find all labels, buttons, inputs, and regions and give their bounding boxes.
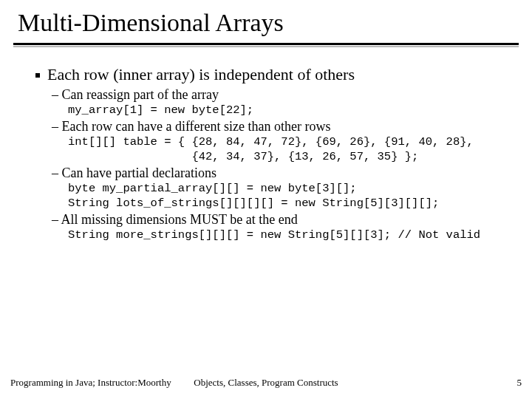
content-area: Each row (inner array) is independent of… bbox=[13, 65, 519, 242]
footer-page-number: 5 bbox=[517, 377, 522, 389]
sub-text: Can have partial declarations bbox=[62, 166, 216, 180]
sub-item: – Can reassign part of the array bbox=[35, 87, 514, 103]
code-block: String more_strings[][][] = new String[5… bbox=[35, 228, 514, 242]
bullet-item: Each row (inner array) is independent of… bbox=[35, 65, 514, 84]
divider-dark bbox=[13, 43, 519, 45]
sub-text: Can reassign part of the array bbox=[62, 87, 219, 102]
dash-icon: – bbox=[52, 119, 62, 134]
dash-icon: – bbox=[52, 87, 62, 102]
footer: Programming in Java; Instructor:Moorthy … bbox=[0, 377, 532, 389]
sub-text: All missing dimensions MUST be at the en… bbox=[61, 212, 298, 227]
sub-item: – Each row can have a different size tha… bbox=[35, 119, 514, 134]
sub-item: – All missing dimensions MUST be at the … bbox=[35, 212, 514, 228]
footer-center: Objects, Classes, Program Constructs bbox=[194, 377, 338, 389]
footer-left: Programming in Java; Instructor:Moorthy bbox=[10, 377, 171, 389]
dash-icon: – bbox=[52, 212, 61, 227]
code-block: byte my_partial_array[][] = new byte[3][… bbox=[35, 182, 514, 211]
dash-icon: – bbox=[52, 166, 62, 180]
slide-title: Multi-Dimensional Arrays bbox=[13, 9, 519, 37]
code-block: my_array[1] = new byte[22]; bbox=[35, 103, 514, 117]
bullet-icon bbox=[35, 73, 40, 78]
slide: Multi-Dimensional Arrays Each row (inner… bbox=[0, 0, 532, 399]
bullet-text: Each row (inner array) is independent of… bbox=[47, 65, 355, 84]
divider-light bbox=[13, 46, 519, 47]
code-block: int[][] table = { {28, 84, 47, 72}, {69,… bbox=[35, 135, 514, 164]
sub-item: – Can have partial declarations bbox=[35, 166, 514, 181]
sub-text: Each row can have a different size than … bbox=[62, 119, 331, 134]
